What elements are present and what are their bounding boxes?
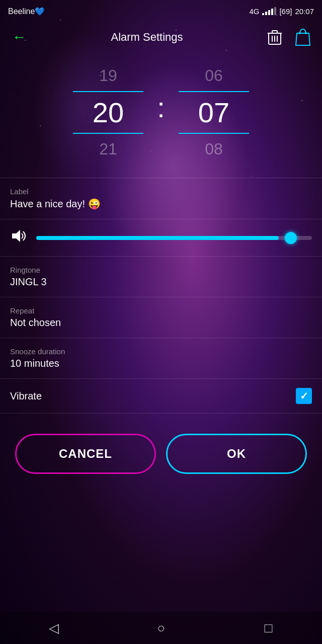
label-section[interactable]: Label Have a nice day! 😜 bbox=[0, 178, 322, 219]
delete-button[interactable] bbox=[264, 26, 286, 48]
minute-prev: 06 bbox=[205, 62, 223, 89]
back-button[interactable]: ← bbox=[8, 26, 30, 48]
hour-underline-top bbox=[73, 91, 143, 92]
back-arrow-icon: ← bbox=[12, 29, 26, 45]
snooze-value: 10 minutes bbox=[10, 358, 312, 369]
nav-recent-icon: □ bbox=[264, 620, 272, 636]
snooze-heading: Snooze duration bbox=[10, 347, 312, 356]
time-label: 20:07 bbox=[295, 7, 314, 16]
hour-column[interactable]: 19 20 21 bbox=[63, 62, 153, 163]
minute-column[interactable]: 06 07 08 bbox=[169, 62, 259, 163]
time-separator: : bbox=[153, 91, 169, 134]
svg-rect-6 bbox=[299, 32, 301, 34]
minute-underline-bottom bbox=[179, 133, 249, 134]
minute-current: 07 bbox=[198, 94, 229, 131]
nav-back-button[interactable]: ◁ bbox=[39, 613, 69, 643]
repeat-heading: Repeat bbox=[10, 306, 312, 315]
volume-track bbox=[36, 236, 312, 240]
ok-button[interactable]: OK bbox=[166, 434, 307, 474]
battery-label: [69] bbox=[279, 7, 292, 16]
svg-marker-8 bbox=[12, 230, 20, 242]
ringtone-section[interactable]: Ringtone JINGL 3 bbox=[0, 257, 322, 297]
page-title: Alarm Settings bbox=[111, 31, 183, 44]
vibrate-checkbox[interactable]: ✓ bbox=[296, 388, 312, 404]
nav-home-button[interactable]: ○ bbox=[146, 613, 176, 643]
hour-prev: 19 bbox=[99, 62, 117, 89]
shop-button[interactable] bbox=[292, 26, 314, 48]
time-picker: 19 20 21 : 06 07 08 bbox=[0, 52, 322, 178]
vibrate-label: Vibrate bbox=[10, 390, 42, 402]
volume-icon bbox=[10, 228, 28, 247]
svg-rect-7 bbox=[305, 32, 307, 34]
header: ← Alarm Settings bbox=[0, 22, 322, 52]
signal-label: 4G bbox=[249, 7, 259, 16]
trash-icon bbox=[268, 29, 282, 45]
signal-bars bbox=[262, 7, 276, 15]
volume-row[interactable] bbox=[0, 219, 322, 257]
action-buttons: CANCEL OK bbox=[0, 419, 322, 489]
label-value: Have a nice day! 😜 bbox=[10, 198, 312, 210]
header-actions bbox=[264, 26, 314, 48]
label-heading: Label bbox=[10, 187, 312, 196]
ringtone-heading: Ringtone bbox=[10, 266, 312, 274]
snooze-section[interactable]: Snooze duration 10 minutes bbox=[0, 338, 322, 379]
nav-back-icon: ◁ bbox=[49, 620, 59, 636]
nav-home-icon: ○ bbox=[157, 620, 165, 636]
vibrate-row[interactable]: Vibrate ✓ bbox=[0, 379, 322, 414]
navigation-bar: ◁ ○ □ bbox=[0, 612, 322, 644]
hour-next: 21 bbox=[99, 136, 117, 163]
carrier-label: Beeline💙 bbox=[8, 7, 45, 16]
shop-icon bbox=[295, 28, 311, 46]
hour-underline-bottom bbox=[73, 133, 143, 134]
svg-rect-2 bbox=[272, 31, 277, 33]
volume-thumb bbox=[285, 232, 297, 244]
nav-recent-button[interactable]: □ bbox=[253, 613, 283, 643]
repeat-value: Not chosen bbox=[10, 317, 312, 329]
volume-fill bbox=[36, 236, 279, 240]
minute-underline-top bbox=[179, 91, 249, 92]
status-bar: Beeline💙 4G [69] 20:07 bbox=[0, 0, 322, 22]
status-right: 4G [69] 20:07 bbox=[249, 7, 314, 16]
volume-slider[interactable] bbox=[36, 229, 312, 247]
hour-current: 20 bbox=[93, 94, 124, 131]
check-icon: ✓ bbox=[300, 390, 308, 402]
ringtone-value: JINGL 3 bbox=[10, 276, 312, 288]
minute-next: 08 bbox=[205, 136, 223, 163]
repeat-section[interactable]: Repeat Not chosen bbox=[0, 297, 322, 338]
cancel-button[interactable]: CANCEL bbox=[15, 434, 156, 474]
